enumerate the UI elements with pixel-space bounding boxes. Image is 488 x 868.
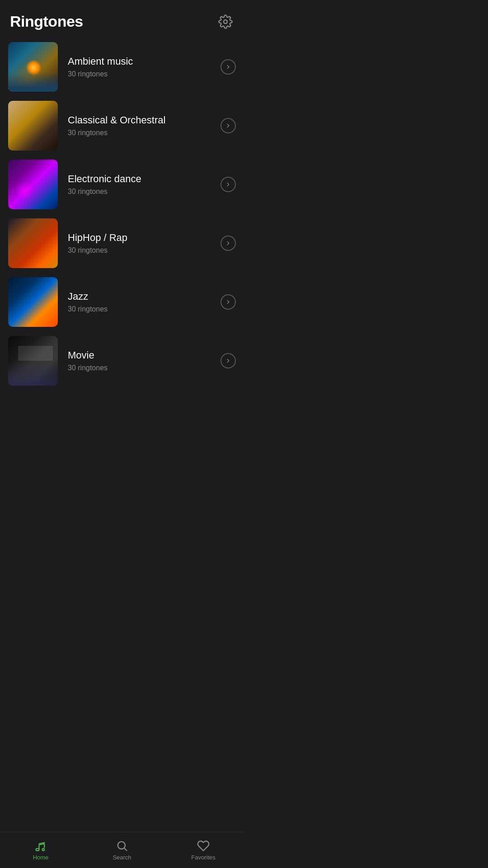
- category-item-ambient[interactable]: Ambient music 30 ringtones: [0, 38, 244, 96]
- thumbnail-image-electronic: [8, 160, 58, 209]
- category-count-hiphop: 30 ringtones: [68, 246, 221, 255]
- category-count-classical: 30 ringtones: [68, 129, 221, 137]
- chevron-right-icon-jazz: [221, 294, 236, 310]
- category-name-electronic: Electronic dance: [68, 173, 221, 185]
- category-count-movie: 30 ringtones: [68, 364, 221, 372]
- category-item-jazz[interactable]: Jazz 30 ringtones: [0, 273, 244, 331]
- category-info-electronic: Electronic dance 30 ringtones: [68, 173, 221, 196]
- category-count-ambient: 30 ringtones: [68, 70, 221, 78]
- settings-button[interactable]: [217, 13, 234, 30]
- category-info-ambient: Ambient music 30 ringtones: [68, 56, 221, 78]
- category-count-jazz: 30 ringtones: [68, 305, 221, 313]
- thumbnail-image-classical: [8, 101, 58, 151]
- category-info-movie: Movie 30 ringtones: [68, 349, 221, 372]
- chevron-right-icon-hiphop: [221, 236, 236, 251]
- category-thumbnail-movie: [8, 336, 58, 386]
- thumbnail-image-hiphop: [8, 218, 58, 268]
- category-thumbnail-ambient: [8, 42, 58, 92]
- category-list: Ambient music 30 ringtones Classical & O…: [0, 38, 244, 434]
- category-item-classical[interactable]: Classical & Orchestral 30 ringtones: [0, 96, 244, 155]
- category-thumbnail-jazz: [8, 277, 58, 327]
- page-title: Ringtones: [10, 13, 83, 30]
- thumbnail-image-ambient: [8, 42, 58, 92]
- app-container: Ringtones Ambient music 30 ringtones: [0, 0, 244, 434]
- thumbnail-image-movie: [8, 336, 58, 386]
- category-thumbnail-hiphop: [8, 218, 58, 268]
- category-count-electronic: 30 ringtones: [68, 188, 221, 196]
- category-info-jazz: Jazz 30 ringtones: [68, 291, 221, 313]
- chevron-right-icon-electronic: [221, 177, 236, 192]
- category-name-movie: Movie: [68, 349, 221, 361]
- category-item-hiphop[interactable]: HipHop / Rap 30 ringtones: [0, 214, 244, 273]
- thumbnail-image-jazz: [8, 277, 58, 327]
- svg-point-0: [224, 20, 227, 24]
- category-item-movie[interactable]: Movie 30 ringtones: [0, 331, 244, 390]
- category-name-ambient: Ambient music: [68, 56, 221, 67]
- category-thumbnail-electronic: [8, 160, 58, 209]
- chevron-right-icon-ambient: [221, 59, 236, 75]
- category-item-electronic[interactable]: Electronic dance 30 ringtones: [0, 155, 244, 214]
- category-name-hiphop: HipHop / Rap: [68, 232, 221, 244]
- category-name-classical: Classical & Orchestral: [68, 114, 221, 126]
- chevron-right-icon-classical: [221, 118, 236, 133]
- category-info-hiphop: HipHop / Rap 30 ringtones: [68, 232, 221, 255]
- header: Ringtones: [0, 0, 244, 38]
- category-name-jazz: Jazz: [68, 291, 221, 302]
- chevron-right-icon-movie: [221, 353, 236, 368]
- category-info-classical: Classical & Orchestral 30 ringtones: [68, 114, 221, 137]
- category-thumbnail-classical: [8, 101, 58, 151]
